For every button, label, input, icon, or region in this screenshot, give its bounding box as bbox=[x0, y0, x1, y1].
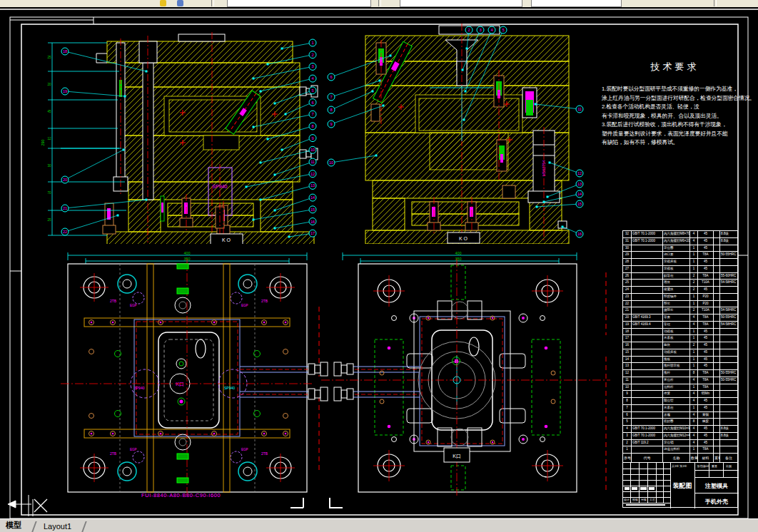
bom-row: 8限位钉445 bbox=[623, 398, 738, 405]
svg-text:4: 4 bbox=[311, 76, 313, 81]
svg-text:13: 13 bbox=[577, 182, 582, 186]
tab-layout1[interactable]: Layout1 bbox=[38, 521, 77, 532]
toolbar-separator bbox=[714, 0, 717, 6]
svg-text:11: 11 bbox=[310, 160, 315, 164]
bom-row: 27定模板145 bbox=[623, 266, 738, 273]
svg-text:8: 8 bbox=[311, 124, 313, 128]
technical-requirements: 技术要求 1.装配时要以分型面研平垫成不须重修的一侧作为基准，涂上红丹油与另一分… bbox=[602, 61, 748, 148]
svg-text:2: 2 bbox=[311, 53, 313, 57]
bom-row: 7支承柱145 bbox=[623, 405, 738, 412]
ko-box-label-left: K O bbox=[222, 237, 231, 242]
svg-text:70: 70 bbox=[47, 191, 51, 195]
bom-row: 30定位圈145 bbox=[623, 245, 738, 252]
section-view-left: SP940 K O bbox=[39, 29, 322, 244]
svg-text:30: 30 bbox=[47, 164, 51, 168]
svg-text:5: 5 bbox=[311, 88, 313, 93]
svg-text:7: 7 bbox=[311, 112, 313, 116]
sp940-alt-label: 3P940 bbox=[134, 386, 145, 390]
layer-dropdown[interactable] bbox=[227, 0, 371, 7]
svg-text:25: 25 bbox=[47, 56, 51, 59]
svg-text:2TB: 2TB bbox=[110, 299, 117, 303]
svg-text:2TB: 2TB bbox=[261, 299, 268, 303]
title-block: 设计 校核 审核 工艺 阶段标记 重量 比例 装配图 注塑模具 手机外壳 共1张… bbox=[622, 462, 738, 508]
tech-req-line: 有卡滞和咬死现象，模具的开、合以及顶出灵活。 bbox=[602, 112, 742, 121]
bom-row: 23型腔镶件1P20 bbox=[623, 294, 738, 301]
bom-row: 5密封圈8橡胶 bbox=[623, 419, 738, 426]
ko-center-label: K口 bbox=[176, 382, 184, 387]
bom-row: 29浇口套1T8A50-55HRC bbox=[623, 252, 738, 259]
svg-text:13: 13 bbox=[310, 183, 315, 188]
bom-row: 14推板145 bbox=[623, 357, 738, 364]
svg-text:EGP: EGP bbox=[130, 304, 137, 307]
svg-text:9: 9 bbox=[311, 136, 313, 140]
plan-dim-outer: 400 bbox=[183, 251, 190, 255]
svg-text:15: 15 bbox=[310, 208, 315, 212]
title-block-company: 注塑模具 bbox=[694, 482, 739, 490]
tech-req-line: 涂上红丹油与另一分型面进行对研配合，检查分型面密合情况。 bbox=[602, 94, 742, 103]
tech-req-line: 3.装配后进行试模验收，顶出机构不得有干涉现象， bbox=[602, 121, 742, 130]
svg-text:17: 17 bbox=[310, 231, 315, 235]
svg-text:EGP: EGP bbox=[241, 448, 248, 451]
svg-text:4: 4 bbox=[490, 28, 492, 32]
svg-text:15: 15 bbox=[577, 202, 582, 206]
ko-box-label-right: K O bbox=[459, 236, 468, 241]
svg-text:9: 9 bbox=[330, 122, 332, 126]
tech-req-line: 塑件质量要达到设计要求，表面光泽度要好并且不能 bbox=[602, 130, 742, 139]
bom-row: 10拉料杆1T8A bbox=[623, 384, 738, 392]
tech-req-line: 1.装配时要以分型面研平垫成不须重修的一侧作为基准， bbox=[602, 85, 742, 94]
bom-row: 2GB/T 119.2定位销445 bbox=[623, 440, 738, 447]
svg-text:EGP: EGP bbox=[130, 448, 137, 451]
plan-view-left: 400 350 bbox=[50, 248, 335, 499]
svg-text:2: 2 bbox=[468, 28, 470, 32]
bom-row: 22型芯1P20 bbox=[623, 301, 738, 308]
section-view-right: M562754 K O 2345 678910 111213141516 bbox=[323, 20, 610, 244]
svg-text:10: 10 bbox=[310, 148, 315, 152]
svg-text:10: 10 bbox=[329, 160, 333, 165]
svg-text:12: 12 bbox=[47, 137, 51, 140]
svg-text:EGP: EGP bbox=[241, 304, 248, 307]
total-height-dim: 290 bbox=[41, 139, 45, 145]
svg-text:22: 22 bbox=[63, 230, 67, 234]
svg-text:12: 12 bbox=[310, 172, 315, 176]
bom-row: 17支承板145 bbox=[623, 335, 738, 342]
bom-row: 3GB/T 70.1-2000内六角螺钉M12×404458.8级 bbox=[623, 433, 738, 440]
bom-row: 21侧型芯2T10A54-58HRC bbox=[623, 307, 738, 314]
svg-text:1: 1 bbox=[311, 41, 313, 45]
svg-text:18: 18 bbox=[63, 49, 67, 53]
bom-row: 32GB/T 70.1-2000内六角螺钉M8×704458.8级 bbox=[623, 231, 738, 238]
mold-base-code: FUI-8840-A80-B80-C90-I600 bbox=[141, 492, 221, 498]
bom-row: 18动模板145 bbox=[623, 329, 738, 336]
linetype-dropdown[interactable] bbox=[531, 0, 622, 7]
bom-row: 4GB/T 70.1-2000内六角螺钉M10×904458.8级 bbox=[623, 426, 738, 433]
layout-tab-bar: 模型 Layout1 bbox=[0, 518, 758, 532]
svg-text:2TB: 2TB bbox=[261, 451, 268, 456]
toolbar-icon-yellow[interactable] bbox=[160, 0, 166, 6]
bom-row: 25滑块2T10A54-58HRC bbox=[623, 280, 738, 287]
tech-req-line: 2.检查各个活动机构是否灵活、轻便，没 bbox=[602, 103, 742, 112]
color-dropdown[interactable] bbox=[400, 0, 522, 7]
bom-row: 20GB/T 4169.3导套4T8A50-55HRC bbox=[623, 314, 738, 322]
bom-row: 28定模座板145 bbox=[623, 259, 738, 266]
sp940-label-2: SP940 bbox=[224, 386, 235, 390]
bom-row: 15动模座板145 bbox=[623, 349, 738, 357]
bom-row: 6水嘴4黄铜 bbox=[623, 412, 738, 419]
toolbar-icon-blue[interactable] bbox=[177, 0, 183, 6]
bom-table: 32GB/T 70.1-2000内六角螺钉M8×704458.8级31GB/T … bbox=[622, 230, 738, 463]
title-block-drawing-name: 装配图 bbox=[670, 481, 694, 491]
bom-row: 24楔紧块245 bbox=[623, 287, 738, 294]
bom-row: 31GB/T 70.1-2000内六角螺钉M6×204458.8级 bbox=[623, 238, 738, 245]
crosshair-cursor bbox=[34, 499, 47, 512]
svg-text:7: 7 bbox=[330, 95, 332, 99]
svg-text:8: 8 bbox=[330, 108, 332, 112]
svg-text:14: 14 bbox=[577, 192, 582, 196]
tab-model[interactable]: 模型 bbox=[0, 519, 27, 532]
svg-text:6: 6 bbox=[311, 101, 313, 105]
svg-text:25: 25 bbox=[47, 218, 51, 222]
svg-text:20: 20 bbox=[63, 178, 67, 182]
svg-text:21: 21 bbox=[63, 206, 67, 210]
svg-text:3: 3 bbox=[311, 64, 313, 68]
svg-text:400: 400 bbox=[455, 251, 461, 255]
fold-corner-marks bbox=[290, 498, 343, 508]
tech-req-title: 技术要求 bbox=[602, 61, 748, 73]
svg-text:20: 20 bbox=[47, 83, 51, 86]
